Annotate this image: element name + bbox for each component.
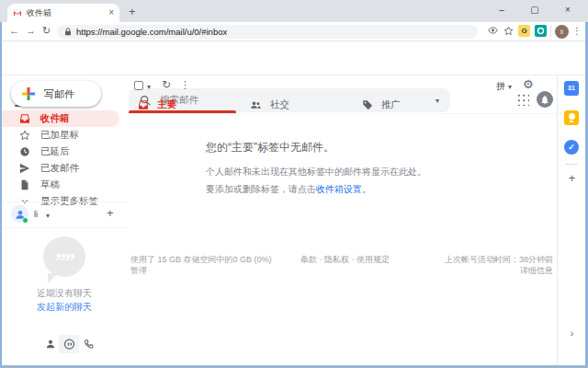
browser-menu-icon[interactable]: ⋮ [572,26,582,36]
empty-state-description: 个人邮件和未出现在其他标签中的邮件将显示在此处。 [206,166,426,178]
clock-icon [18,146,30,158]
storage-usage-text: 使用了 15 GB 存储空间中的0 GB (0%) [130,254,272,266]
side-panel-divider [565,164,578,165]
forward-icon[interactable]: → [26,25,36,36]
hangouts-tab-icon[interactable] [59,335,79,353]
tasks-icon[interactable]: ✓ [564,140,579,155]
empty-state-title: 您的“主要”标签中无邮件。 [206,140,334,155]
compose-plus-icon [22,87,35,100]
phone-icon[interactable] [79,335,99,353]
url-text: https://mail.google.com/mail/u/0/#inbox [76,27,227,37]
chat-empty-text: 近期没有聊天 [0,287,129,300]
promotions-tag-icon [362,99,373,110]
sidebar-item-starred[interactable]: 已加星标 [0,127,119,144]
start-new-chat-link[interactable]: 发起新的聊天 [0,301,129,314]
manage-storage-link[interactable]: 管理 [130,265,147,277]
presence-dot [22,217,28,224]
select-all-checkbox[interactable] [134,81,143,90]
reload-icon[interactable]: ↻ [42,25,51,37]
new-chat-plus-icon[interactable]: + [107,206,114,220]
keep-icon[interactable] [564,110,579,125]
select-caret-icon[interactable]: ▾ [147,83,151,91]
star-icon [18,130,30,142]
input-tools-caret-icon[interactable]: ▾ [508,83,512,91]
more-options-icon[interactable]: ⋮ [180,79,190,91]
get-addons-plus-icon[interactable]: + [558,171,586,185]
browser-tab[interactable]: 收件箱 × [7,4,119,22]
gmail-favicon-icon [13,9,22,17]
tab-social[interactable]: 社交 [241,96,353,113]
chat-user-caret-icon[interactable]: ▾ [46,212,50,220]
bookmark-star-icon[interactable] [503,26,514,36]
window-controls: – ▢ × [485,0,584,22]
inbox-icon [18,113,30,125]
input-tools-button[interactable]: 拼 [496,80,505,93]
close-tab-icon[interactable]: × [108,4,114,22]
divider [0,227,129,228]
lock-icon [64,28,72,36]
tabs-border [129,113,557,114]
draft-icon [18,179,30,191]
extension-g-icon[interactable]: G [518,25,530,37]
browser-tab-bar: 收件箱 × + – ▢ × [0,0,588,22]
sidebar-item-drafts[interactable]: 草稿 [0,177,119,193]
tab-title: 收件箱 [27,7,108,19]
url-field[interactable]: https://mail.google.com/mail/u/0/#inbox [57,25,478,39]
google-side-panel: 31 ✓ + › [557,75,585,365]
terms-privacy-text[interactable]: 条款 · 隐私权 · 使用规定 [300,254,390,266]
chat-user-name[interactable]: li [34,210,38,219]
activity-details-link[interactable]: 详细信息 [404,265,553,277]
empty-state-hint: 要添加或删除标签，请点击收件箱设置。 [206,183,371,196]
calendar-icon[interactable]: 31 [564,81,579,96]
social-people-icon [250,99,262,110]
browser-address-bar: ← → ↻ https://mail.google.com/mail/u/0/#… [0,22,588,41]
compose-label: 写邮件 [44,87,74,101]
hangouts-logo-tail [48,273,58,283]
window-maximize-button[interactable]: ▢ [518,0,551,22]
extension-teal-icon[interactable] [535,25,547,37]
primary-tab-icon [138,99,149,110]
tab-promotions[interactable]: 推广 [353,96,465,113]
window-close-button[interactable]: × [551,0,584,22]
browser-profile-avatar[interactable]: li [555,25,569,39]
tab-primary[interactable]: 主要 [129,96,241,113]
toolbar-divider [550,26,551,37]
notifications-bell-icon[interactable] [537,91,553,108]
sidebar-item-snoozed[interactable]: 已延后 [0,144,119,160]
compose-button[interactable]: 写邮件 [11,81,101,107]
divider [0,201,129,202]
sidebar-item-inbox[interactable]: 收件箱 [0,110,119,127]
contacts-person-icon[interactable] [40,335,61,353]
refresh-icon[interactable]: ↻ [162,78,171,91]
new-tab-button[interactable]: + [129,3,136,21]
inbox-settings-link[interactable]: 收件箱设置 [316,184,362,194]
hangouts-logo-icon: ”” [43,236,85,277]
eye-icon[interactable] [488,27,498,34]
window-edge-left [0,22,2,368]
collapse-panel-chevron-icon[interactable]: › [558,328,586,339]
send-icon [18,163,30,175]
gmail-header: Gmail 搜索邮件 ▾ li [0,41,588,75]
settings-gear-icon[interactable]: ⚙ [523,77,534,91]
window-minimize-button[interactable]: – [485,0,518,22]
google-apps-grid-icon[interactable] [517,94,529,106]
back-icon[interactable]: ← [9,25,19,36]
sidebar-item-sent[interactable]: 已发邮件 [0,160,119,177]
